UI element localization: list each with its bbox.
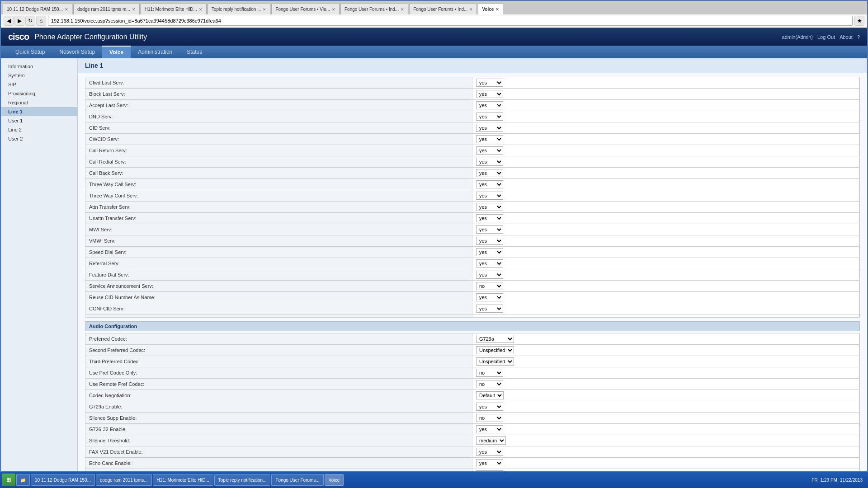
confcid-select[interactable]: yesno — [476, 305, 503, 313]
dnd-select[interactable]: yesno — [476, 113, 503, 121]
tab-close-8[interactable]: ✕ — [495, 7, 499, 12]
sidebar-item-user2[interactable]: User 2 — [1, 134, 77, 143]
g726-32-select[interactable]: yesno — [476, 425, 503, 433]
tab-3[interactable]: H11: Morimoto Elite HID... ✕ — [141, 4, 207, 14]
tab-1[interactable]: 10 11 12 Dodge RAM 150... ✕ — [3, 4, 72, 14]
call-back-select[interactable]: yesno — [476, 169, 503, 177]
tab-close-4[interactable]: ✕ — [263, 7, 266, 12]
reuse-cid-select[interactable]: yesno — [476, 293, 503, 301]
second-codec-select[interactable]: UnspecifiedG729aG711u — [476, 346, 514, 354]
referral-value: yesno — [472, 258, 859, 269]
fax-v21-select[interactable]: yesno — [476, 448, 503, 456]
pref-codec-select[interactable]: G729aG711uG711aUnspecified — [476, 335, 514, 343]
user-display: admin(Admin) — [782, 34, 813, 40]
sidebar-item-line2[interactable]: Line 2 — [1, 125, 77, 134]
back-button[interactable]: ◀ — [4, 16, 14, 26]
vmwi-select[interactable]: yesno — [476, 237, 503, 245]
tab-close-7[interactable]: ✕ — [469, 7, 473, 12]
about-link[interactable]: About — [840, 34, 853, 40]
call-return-select[interactable]: yesno — [476, 146, 503, 155]
echo-canc-select[interactable]: yesno — [476, 459, 503, 467]
nav-administration[interactable]: Administration — [131, 46, 179, 58]
tab-4[interactable]: Topic reply notification ... ✕ — [208, 4, 271, 14]
use-pref-codec-only-label: Use Pref Codec Only: — [85, 367, 472, 379]
pref-codec-label: Preferred Codec: — [85, 333, 472, 345]
sidebar: Information System SIP Provisioning Regi… — [1, 58, 78, 471]
fax-cng-select[interactable]: yesno — [476, 470, 503, 471]
address-input[interactable] — [48, 16, 853, 26]
call-return-label: Call Return Serv: — [85, 145, 472, 156]
feature-dial-select[interactable]: yesno — [476, 271, 503, 279]
three-way-conf-select[interactable]: yesno — [476, 192, 503, 200]
fax-cng-value: yesno — [472, 469, 859, 471]
header-right: admin(Admin) Log Out About ? — [782, 34, 860, 40]
tab-close-6[interactable]: ✕ — [401, 7, 404, 12]
call-back-label: Call Back Serv: — [85, 168, 472, 179]
sidebar-item-regional[interactable]: Regional — [1, 98, 77, 107]
tab-6[interactable]: Fongo User Forums • Ind... ✕ — [340, 4, 408, 14]
tab-close-3[interactable]: ✕ — [199, 7, 203, 12]
use-remote-pref-select[interactable]: noyes — [476, 380, 503, 388]
help-link[interactable]: ? — [857, 34, 860, 40]
silence-supp-select[interactable]: noyes — [476, 414, 503, 422]
use-pref-codec-only-select[interactable]: noyes — [476, 369, 503, 377]
tab-close-1[interactable]: ✕ — [65, 7, 68, 12]
service-form: Cfwd Last Serv: yesno Block Last Serv: y… — [85, 77, 860, 318]
feature-dial-label: Feature Dial Serv: — [85, 269, 472, 281]
tab-close-5[interactable]: ✕ — [332, 7, 335, 12]
silence-threshold-label: Silence Threshold: — [85, 435, 472, 446]
nav-status[interactable]: Status — [179, 46, 209, 58]
cfwd-label: Cfwd Last Serv: — [85, 77, 472, 89]
use-remote-pref-label: Use Remote Pref Codec: — [85, 379, 472, 390]
tab-8-voice[interactable]: Voice ✕ — [478, 4, 503, 14]
bookmark-button[interactable]: ★ — [854, 16, 864, 26]
home-button[interactable]: ⌂ — [36, 16, 46, 26]
call-redial-select[interactable]: yesno — [476, 158, 503, 166]
service-announcement-select[interactable]: noyes — [476, 282, 503, 290]
silence-threshold-select[interactable]: mediumlowhigh — [476, 436, 506, 445]
cid-label: CID Serv: — [85, 122, 472, 134]
cid-select[interactable]: yesno — [476, 124, 503, 132]
block-last-select[interactable]: yesno — [476, 90, 503, 98]
three-way-call-label: Three Way Call Serv: — [85, 179, 472, 190]
call-redial-label: Call Redial Serv: — [85, 156, 472, 168]
cfwd-select[interactable]: yesno — [476, 79, 503, 87]
page-title: Line 1 — [78, 58, 867, 73]
echo-canc-value: yesno — [472, 458, 859, 469]
speed-dial-select[interactable]: yesno — [476, 248, 503, 256]
pref-codec-value: G729aG711uG711aUnspecified — [472, 333, 859, 345]
use-pref-codec-only-value: noyes — [472, 367, 859, 379]
referral-select[interactable]: yesno — [476, 259, 503, 267]
codec-negotiation-select[interactable]: DefaultList — [476, 391, 504, 399]
nav-network-setup[interactable]: Network Setup — [52, 46, 102, 58]
cwcid-select[interactable]: yesno — [476, 135, 503, 143]
g729a-enable-select[interactable]: yesno — [476, 403, 503, 411]
logout-link[interactable]: Log Out — [817, 34, 835, 40]
unattn-transfer-select[interactable]: yesno — [476, 214, 503, 222]
tab-5[interactable]: Fongo User Forums • Vie... ✕ — [271, 4, 340, 14]
sidebar-item-sip[interactable]: SIP — [1, 80, 77, 89]
nav-quick-setup[interactable]: Quick Setup — [8, 46, 52, 58]
service-section: Cfwd Last Serv: yesno Block Last Serv: y… — [78, 73, 867, 471]
mwi-select[interactable]: yesno — [476, 225, 503, 234]
nav-voice[interactable]: Voice — [102, 46, 131, 58]
sidebar-item-line1[interactable]: Line 1 — [1, 107, 77, 116]
three-way-call-select[interactable]: yesno — [476, 180, 503, 188]
accept-last-select[interactable]: yesno — [476, 101, 503, 109]
forward-button[interactable]: ▶ — [14, 16, 24, 26]
attn-transfer-select[interactable]: yesno — [476, 203, 503, 211]
tab-close-2[interactable]: ✕ — [132, 7, 136, 12]
speed-dial-label: Speed Dial Serv: — [85, 247, 472, 258]
tab-2[interactable]: dodge ram 2011 tpms m... ✕ — [73, 4, 140, 14]
sidebar-item-system[interactable]: System — [1, 71, 77, 80]
third-codec-select[interactable]: UnspecifiedG729aG711u — [476, 357, 514, 366]
sidebar-item-information[interactable]: Information — [1, 62, 77, 71]
audio-form: Preferred Codec: G729aG711uG711aUnspecif… — [85, 333, 860, 471]
silence-threshold-value: mediumlowhigh — [472, 435, 859, 446]
sidebar-item-user1[interactable]: User 1 — [1, 116, 77, 125]
reload-button[interactable]: ↻ — [25, 16, 35, 26]
tab-7[interactable]: Fongo User Forums • Ind... ✕ — [409, 4, 477, 14]
attn-transfer-label: Attn Transfer Serv: — [85, 202, 472, 213]
dnd-value: yesno — [472, 111, 859, 122]
sidebar-item-provisioning[interactable]: Provisioning — [1, 89, 77, 98]
